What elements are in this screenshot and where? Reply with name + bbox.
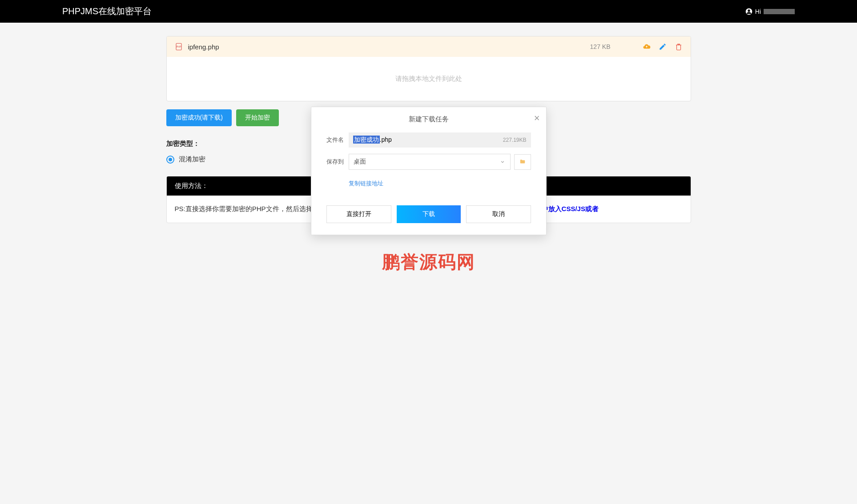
file-card: PHP ipfeng.php 127 KB 请拖拽本地文件到此处 <box>166 36 691 101</box>
svg-text:PHP: PHP <box>176 45 181 48</box>
cancel-button[interactable]: 取消 <box>466 205 531 223</box>
save-location-select[interactable]: 桌面 <box>349 154 511 170</box>
browse-folder-button[interactable] <box>514 154 531 170</box>
user-greeting[interactable]: Hi <box>745 8 795 15</box>
modal-footer: 直接打开 下载 取消 <box>311 198 546 235</box>
file-name: ipfeng.php <box>188 43 585 51</box>
copy-link[interactable]: 复制链接地址 <box>349 176 531 189</box>
file-actions <box>643 43 683 51</box>
encrypt-option-label: 混淆加密 <box>179 155 205 164</box>
download-modal: 新建下载任务 × 文件名 加密成功.php 227.19KB 保存到 桌面 复制… <box>311 107 547 235</box>
folder-icon <box>519 159 527 165</box>
modal-header: 新建下载任务 × <box>311 107 546 129</box>
dropzone[interactable]: 请拖拽本地文件到此处 <box>167 57 691 101</box>
filename-selected: 加密成功 <box>353 136 380 144</box>
modal-filesize: 227.19KB <box>503 137 527 143</box>
success-download-button[interactable]: 加密成功(请下载) <box>166 109 232 126</box>
file-row: PHP ipfeng.php 127 KB <box>167 36 691 57</box>
filename-label: 文件名 <box>326 136 349 144</box>
edit-icon[interactable] <box>659 43 667 51</box>
close-icon[interactable]: × <box>534 112 540 124</box>
filename-text: 加密成功.php <box>353 136 392 144</box>
save-row: 保存到 桌面 <box>326 154 531 170</box>
open-direct-button[interactable]: 直接打开 <box>326 205 391 223</box>
watermark: 鹏誉源码网 <box>166 250 691 274</box>
delete-icon[interactable] <box>675 43 683 51</box>
download-button[interactable]: 下载 <box>397 205 461 223</box>
app-header: PHPJMS在线加密平台 Hi <box>0 0 857 23</box>
file-size: 127 KB <box>590 43 611 50</box>
svg-point-1 <box>748 9 750 12</box>
filename-row: 文件名 加密成功.php 227.19KB <box>326 132 531 148</box>
cloud-upload-icon[interactable] <box>643 43 651 51</box>
php-file-icon: PHP <box>175 43 183 51</box>
chevron-down-icon <box>499 159 506 165</box>
user-name-mask <box>764 9 795 14</box>
modal-body: 文件名 加密成功.php 227.19KB 保存到 桌面 复制链接地址 <box>311 129 546 198</box>
app-title: PHPJMS在线加密平台 <box>62 5 152 17</box>
filename-ext: .php <box>380 136 392 143</box>
modal-title: 新建下载任务 <box>409 115 449 123</box>
save-location-value: 桌面 <box>354 158 366 166</box>
filename-input[interactable]: 加密成功.php 227.19KB <box>349 132 531 148</box>
usage-prefix: PS:直接选择你需要加密的PHP文件，然后选择 <box>175 205 313 212</box>
user-icon <box>745 8 752 15</box>
save-label: 保存到 <box>326 158 349 166</box>
start-encrypt-button[interactable]: 开始加密 <box>236 109 279 126</box>
user-greeting-text: Hi <box>755 8 761 15</box>
radio-icon <box>166 156 174 164</box>
